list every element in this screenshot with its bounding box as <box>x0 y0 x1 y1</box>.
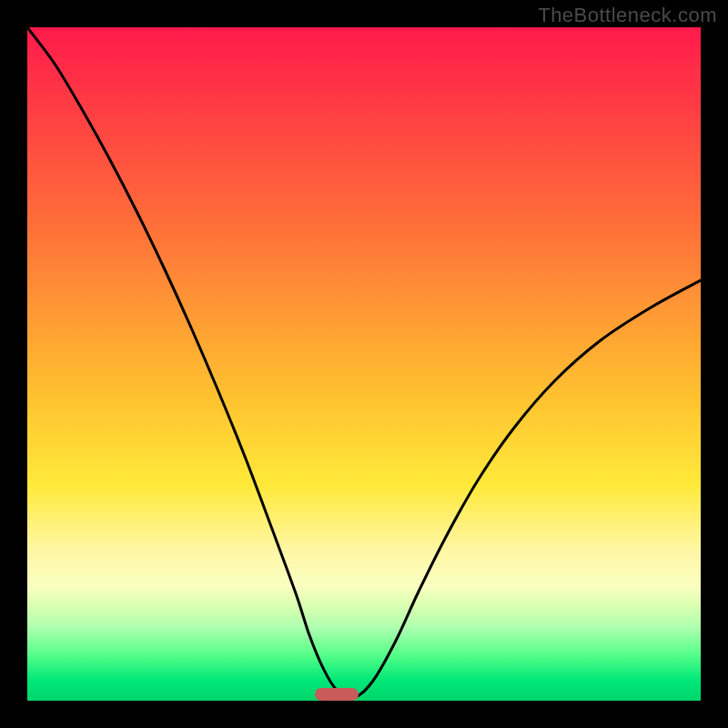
minimum-marker <box>315 688 359 701</box>
curve-path <box>27 27 701 697</box>
plot-area <box>27 27 701 701</box>
watermark-text: TheBottleneck.com <box>538 4 717 27</box>
bottleneck-curve <box>27 27 701 701</box>
outer-frame: TheBottleneck.com <box>0 0 728 728</box>
